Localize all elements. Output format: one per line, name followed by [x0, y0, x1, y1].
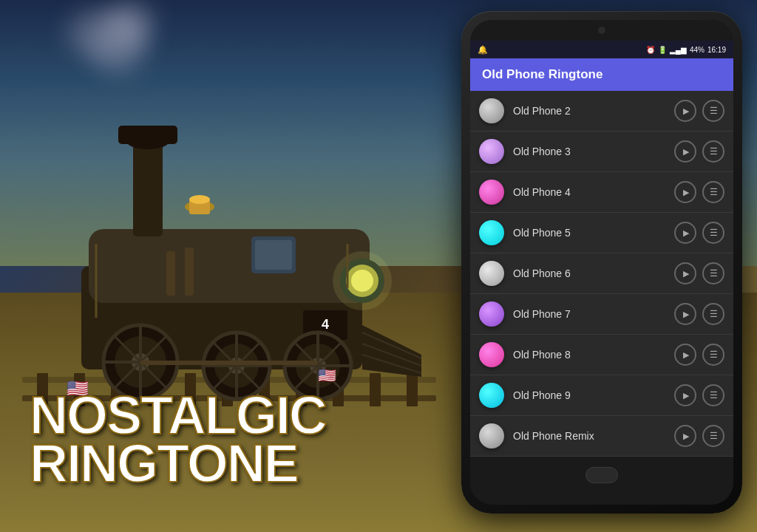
menu-button[interactable] — [702, 181, 724, 203]
ringtone-icon — [479, 261, 504, 286]
play-button[interactable] — [674, 222, 696, 244]
battery-percent: 44% — [690, 46, 705, 54]
ringtone-item: Old Phone 5 — [470, 213, 733, 253]
ringtone-icon — [479, 342, 504, 367]
signal-bars: ▂▄▆ — [670, 46, 687, 54]
alarm-icon: ⏰ — [646, 46, 655, 54]
phone-outer-shell: 🔔 ⏰ 🔋 ▂▄▆ 44% 16:19 Old Phone Ringtone O… — [461, 11, 742, 514]
ringtone-list: Old Phone 2Old Phone 3Old Phone 4Old Pho… — [470, 91, 733, 457]
play-button[interactable] — [674, 384, 696, 406]
play-button[interactable] — [674, 100, 696, 122]
phone-top-bar — [470, 20, 733, 41]
play-button[interactable] — [674, 344, 696, 366]
ringtone-actions — [674, 384, 724, 406]
ringtone-item: Old Phone Remix — [470, 416, 733, 457]
play-button[interactable] — [674, 262, 696, 284]
status-right: ⏰ 🔋 ▂▄▆ 44% 16:19 — [646, 46, 726, 54]
ringtone-actions — [674, 140, 724, 163]
svg-marker-52 — [362, 325, 421, 377]
svg-rect-16 — [133, 140, 163, 236]
ringtone-name: Old Phone 4 — [513, 186, 665, 198]
ringtone-icon — [479, 383, 504, 408]
ringtone-item: Old Phone 6 — [470, 253, 733, 294]
phone-device: 🔔 ⏰ 🔋 ▂▄▆ 44% 16:19 Old Phone Ringtone O… — [461, 11, 742, 514]
status-left: 🔔 — [478, 45, 488, 55]
ringtone-icon — [479, 98, 504, 123]
battery-icon: 🔋 — [658, 46, 667, 54]
ringtone-icon — [479, 220, 504, 245]
ringtone-icon — [479, 139, 504, 164]
ringtone-icon — [479, 301, 504, 327]
ringtone-actions — [674, 344, 724, 366]
app-header: Old Phone Ringtone — [470, 58, 733, 91]
menu-button[interactable] — [702, 344, 724, 366]
ringtone-actions — [674, 303, 724, 325]
menu-button[interactable] — [702, 303, 724, 325]
play-button[interactable] — [674, 425, 696, 447]
menu-button[interactable] — [702, 222, 724, 244]
ringtone-item: Old Phone 7 — [470, 294, 733, 335]
menu-button[interactable] — [702, 384, 724, 406]
ringtone-name: Old Phone 9 — [513, 389, 665, 401]
ringtone-name: Old Phone Remix — [513, 430, 665, 442]
svg-rect-51 — [140, 361, 318, 365]
svg-rect-12 — [407, 373, 418, 406]
play-button[interactable] — [674, 140, 696, 163]
play-button[interactable] — [674, 181, 696, 203]
svg-point-21 — [189, 195, 210, 204]
ringtone-item: Old Phone 9 — [470, 375, 733, 416]
app-title: Old Phone Ringtone — [482, 67, 602, 82]
ringtone-icon — [479, 423, 504, 449]
menu-button[interactable] — [702, 262, 724, 284]
ringtone-name: Old Phone 8 — [513, 349, 665, 361]
headline-text: NOSTALGIC RINGTONE — [30, 392, 326, 488]
ringtone-actions — [674, 222, 724, 244]
svg-point-25 — [333, 251, 392, 310]
ringtone-item: Old Phone 2 — [470, 91, 733, 132]
ringtone-actions — [674, 425, 724, 447]
headline-line2: RINGTONE — [30, 440, 326, 488]
phone-screen: 🔔 ⏰ 🔋 ▂▄▆ 44% 16:19 Old Phone Ringtone O… — [470, 20, 733, 505]
ringtone-actions — [674, 262, 724, 284]
menu-button[interactable] — [702, 140, 724, 163]
play-button[interactable] — [674, 303, 696, 325]
clock-time: 16:19 — [707, 46, 726, 54]
phone-bottom-bar — [470, 457, 733, 494]
home-button[interactable] — [585, 467, 618, 483]
svg-rect-29 — [255, 240, 292, 270]
ringtone-name: Old Phone 7 — [513, 308, 665, 320]
headline-line1: NOSTALGIC — [30, 392, 326, 440]
svg-rect-57 — [185, 248, 194, 296]
status-bar: 🔔 ⏰ 🔋 ▂▄▆ 44% 16:19 — [470, 41, 733, 58]
ringtone-name: Old Phone 3 — [513, 146, 665, 157]
smoke-3 — [67, 7, 140, 59]
ringtone-name: Old Phone 6 — [513, 267, 665, 279]
notification-icon: 🔔 — [478, 45, 488, 55]
phone-camera — [598, 27, 605, 34]
svg-rect-56 — [166, 251, 175, 296]
ringtone-name: Old Phone 5 — [513, 227, 665, 239]
svg-text:4: 4 — [322, 317, 329, 332]
svg-rect-15 — [89, 229, 370, 303]
menu-button[interactable] — [702, 100, 724, 122]
svg-rect-18 — [118, 126, 177, 144]
ringtone-item: Old Phone 4 — [470, 172, 733, 213]
ringtone-item: Old Phone 8 — [470, 335, 733, 375]
flag-right: 🇺🇸 — [318, 366, 336, 384]
ringtone-icon — [479, 180, 504, 205]
svg-rect-11 — [370, 373, 381, 406]
train-illustration: 4 — [22, 59, 436, 429]
ringtone-item: Old Phone 3 — [470, 132, 733, 172]
ringtone-actions — [674, 181, 724, 203]
menu-button[interactable] — [702, 425, 724, 447]
ringtone-actions — [674, 100, 724, 122]
ringtone-name: Old Phone 2 — [513, 105, 665, 117]
